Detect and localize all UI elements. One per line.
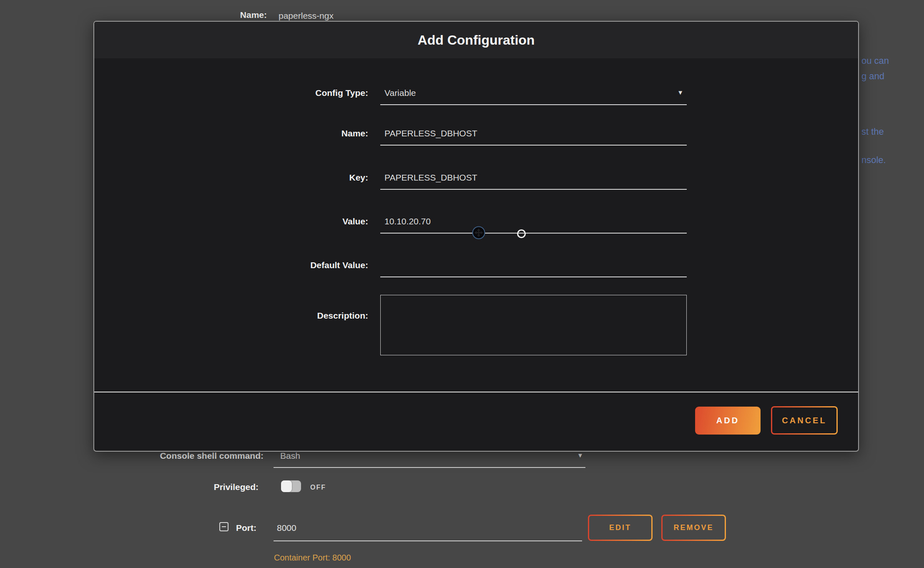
container-name-label: Name:	[240, 10, 267, 20]
config-type-select[interactable]	[380, 88, 687, 105]
edit-button[interactable]: EDIT	[588, 515, 653, 541]
console-shell-value[interactable]: Bash	[280, 451, 300, 461]
default-value-label: Default Value:	[310, 260, 368, 270]
value-input[interactable]	[380, 216, 687, 234]
dialog-header: Add Configuration	[94, 22, 858, 58]
minus-square-icon[interactable]	[219, 522, 228, 531]
name-input[interactable]	[380, 128, 687, 146]
description-textarea[interactable]	[380, 295, 687, 355]
description-label: Description:	[317, 311, 368, 321]
container-port-note: Container Port: 8000	[274, 553, 351, 563]
footer-divider	[94, 392, 858, 392]
config-type-label: Config Type:	[315, 88, 368, 98]
help-text-fragment: nsole.	[861, 155, 886, 166]
circle-cursor-icon	[517, 229, 526, 238]
move-cursor-icon	[472, 226, 485, 241]
cancel-button-label: CANCEL	[772, 407, 836, 433]
default-value-input[interactable]	[380, 260, 687, 277]
privileged-state: OFF	[310, 484, 326, 491]
container-name-value[interactable]: paperless-ngx	[279, 11, 334, 21]
console-shell-underline	[274, 467, 585, 468]
remove-button-label: REMOVE	[663, 516, 725, 540]
help-text-fragment: g and	[861, 71, 884, 82]
help-text-fragment: st the	[861, 126, 884, 137]
cancel-button[interactable]: CANCEL	[771, 406, 838, 435]
dialog-title: Add Configuration	[418, 33, 535, 48]
key-input[interactable]	[380, 173, 687, 190]
toggle-knob	[281, 480, 292, 492]
edit-button-label: EDIT	[589, 516, 651, 540]
privileged-label: Privileged:	[214, 482, 259, 492]
chevron-down-icon[interactable]: ▼	[577, 452, 583, 459]
console-shell-label: Console shell command:	[160, 451, 264, 461]
remove-button[interactable]: REMOVE	[661, 515, 726, 541]
chevron-down-icon[interactable]: ▼	[677, 89, 683, 96]
help-text-fragment: ou can	[861, 55, 889, 66]
port-value[interactable]: 8000	[277, 523, 296, 533]
privileged-toggle[interactable]	[281, 480, 301, 492]
port-underline	[274, 540, 582, 541]
page: { "colors": { "page_bg": "#474747", "mod…	[0, 0, 924, 568]
port-label: Port:	[236, 523, 256, 533]
key-label: Key:	[349, 173, 368, 183]
value-label: Value:	[342, 216, 368, 226]
add-button[interactable]: ADD	[695, 407, 761, 435]
name-label: Name:	[341, 128, 368, 138]
